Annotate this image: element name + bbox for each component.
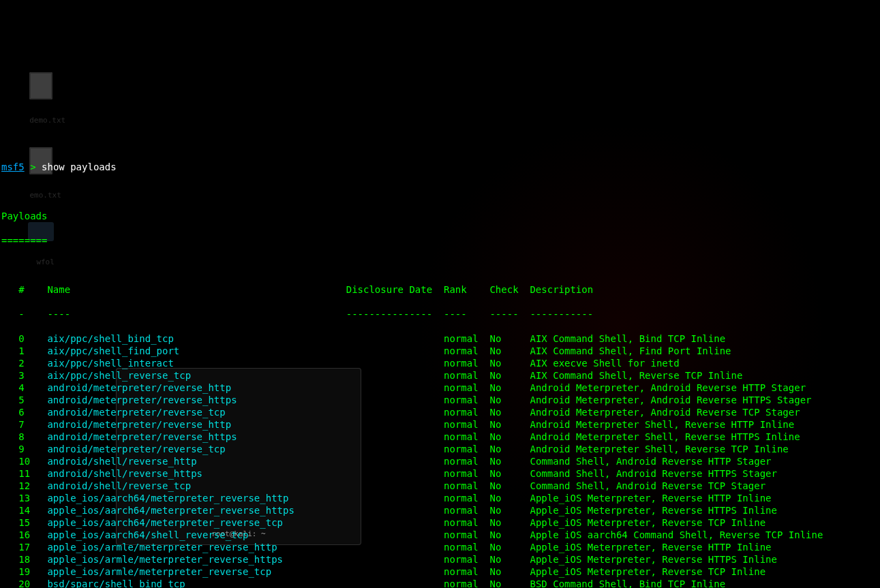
table-row: 15 apple_ios/aarch64/meterpreter_reverse… xyxy=(1,516,879,529)
table-row: 16 apple_ios/aarch64/shell_reverse_tcp n… xyxy=(1,529,879,541)
row-rank: normal xyxy=(444,444,489,454)
table-row: 20 bsd/sparc/shell_bind_tcp normal No BS… xyxy=(1,578,879,588)
row-rank: normal xyxy=(444,554,489,565)
row-name: aix/ppc/shell_reverse_tcp xyxy=(47,370,346,381)
table-row: 10 android/shell/reverse_http normal No … xyxy=(1,455,879,467)
row-description: Android Meterpreter, Android Reverse TCP… xyxy=(530,407,800,418)
row-description: Apple_iOS Meterpreter, Reverse HTTP Inli… xyxy=(530,493,771,504)
row-idx: 20 xyxy=(1,578,47,588)
row-check: No xyxy=(489,394,530,405)
row-rank: normal xyxy=(444,345,489,356)
table-row: 7 android/meterpreter/reverse_http norma… xyxy=(1,418,879,431)
table-row: 17 apple_ios/armle/meterpreter_reverse_h… xyxy=(1,541,879,553)
table-header-divider: - ---- --------------- ---- ----- ------… xyxy=(1,308,879,320)
table-row: 8 android/meterpreter/reverse_https norm… xyxy=(1,431,879,443)
row-rank: normal xyxy=(444,468,489,479)
row-rank: normal xyxy=(444,529,489,540)
blank-line xyxy=(1,259,879,271)
row-check: No xyxy=(489,505,530,516)
row-description: AIX Command Shell, Find Port Inline xyxy=(530,345,731,356)
table-row: 13 apple_ios/aarch64/meterpreter_reverse… xyxy=(1,492,879,504)
row-disclosure xyxy=(346,554,444,565)
row-rank: normal xyxy=(444,480,489,491)
row-description: AIX Command Shell, Reverse TCP Inline xyxy=(530,370,742,381)
row-idx: 8 xyxy=(1,431,47,442)
row-rank: normal xyxy=(444,566,489,577)
row-idx: 1 xyxy=(1,345,47,356)
row-rank: normal xyxy=(444,394,489,405)
row-description: Command Shell, Android Reverse HTTP Stag… xyxy=(530,456,771,467)
row-idx: 17 xyxy=(1,542,47,553)
row-disclosure xyxy=(346,517,444,528)
row-disclosure xyxy=(346,394,444,405)
table-row: 6 android/meterpreter/reverse_tcp normal… xyxy=(1,406,879,418)
row-disclosure xyxy=(346,468,444,479)
row-name: android/shell/reverse_tcp xyxy=(47,480,346,491)
blank-line xyxy=(1,185,879,198)
row-description: Apple_iOS Meterpreter, Reverse TCP Inlin… xyxy=(530,517,765,528)
section-title: Payloads xyxy=(1,210,879,222)
row-check: No xyxy=(489,542,530,553)
row-idx: 3 xyxy=(1,370,47,381)
row-name: apple_ios/armle/meterpreter_reverse_http… xyxy=(47,554,346,565)
row-disclosure xyxy=(346,505,444,516)
table-row: 3 aix/ppc/shell_reverse_tcp normal No AI… xyxy=(1,369,879,382)
row-disclosure xyxy=(346,542,444,553)
row-name: bsd/sparc/shell_bind_tcp xyxy=(47,578,346,588)
row-idx: 7 xyxy=(1,419,47,430)
row-name: aix/ppc/shell_find_port xyxy=(47,345,346,356)
row-description: Command Shell, Android Reverse HTTPS Sta… xyxy=(530,468,776,479)
row-rank: normal xyxy=(444,505,489,516)
row-idx: 5 xyxy=(1,394,47,405)
table-row: 14 apple_ios/aarch64/meterpreter_reverse… xyxy=(1,504,879,516)
table-row: 12 android/shell/reverse_tcp normal No C… xyxy=(1,480,879,492)
row-disclosure xyxy=(346,345,444,356)
table-row: 19 apple_ios/armle/meterpreter_reverse_t… xyxy=(1,566,879,578)
table-row: 9 android/meterpreter/reverse_tcp normal… xyxy=(1,443,879,455)
row-check: No xyxy=(489,480,530,491)
row-idx: 6 xyxy=(1,407,47,418)
prompt-prefix: msf5 xyxy=(1,161,25,172)
row-check: No xyxy=(489,333,530,344)
row-check: No xyxy=(489,493,530,504)
row-disclosure xyxy=(346,480,444,491)
row-disclosure xyxy=(346,370,444,381)
table-row: 11 android/shell/reverse_https normal No… xyxy=(1,467,879,480)
row-rank: normal xyxy=(444,431,489,442)
row-idx: 14 xyxy=(1,505,47,516)
row-disclosure xyxy=(346,382,444,393)
row-idx: 9 xyxy=(1,444,47,454)
row-check: No xyxy=(489,456,530,467)
row-name: android/shell/reverse_http xyxy=(47,456,346,467)
row-check: No xyxy=(489,407,530,418)
table-row: 5 android/meterpreter/reverse_https norm… xyxy=(1,394,879,406)
row-name: android/meterpreter/reverse_https xyxy=(47,394,346,405)
row-name: aix/ppc/shell_interact xyxy=(47,358,346,369)
row-disclosure xyxy=(346,566,444,577)
row-rank: normal xyxy=(444,517,489,528)
prompt-gt: > xyxy=(30,161,35,172)
row-idx: 2 xyxy=(1,358,47,369)
row-description: Android Meterpreter Shell, Reverse HTTPS… xyxy=(530,431,800,442)
row-check: No xyxy=(489,468,530,479)
row-check: No xyxy=(489,345,530,356)
row-idx: 4 xyxy=(1,382,47,393)
row-name: apple_ios/aarch64/meterpreter_reverse_ht… xyxy=(47,505,346,516)
row-rank: normal xyxy=(444,370,489,381)
row-description: Apple_iOS Meterpreter, Reverse HTTP Inli… xyxy=(530,542,771,553)
row-check: No xyxy=(489,554,530,565)
row-check: No xyxy=(489,370,530,381)
row-name: android/meterpreter/reverse_https xyxy=(47,431,346,442)
row-name: android/meterpreter/reverse_tcp xyxy=(47,444,346,454)
row-idx: 0 xyxy=(1,333,47,344)
terminal-output[interactable]: msf5 > show payloads Payloads ======== #… xyxy=(0,147,880,588)
row-description: Android Meterpreter, Android Reverse HTT… xyxy=(530,382,806,393)
row-disclosure xyxy=(346,358,444,369)
row-rank: normal xyxy=(444,419,489,430)
row-rank: normal xyxy=(444,407,489,418)
row-name: android/shell/reverse_https xyxy=(47,468,346,479)
row-name: apple_ios/aarch64/shell_reverse_tcp xyxy=(47,529,346,540)
prompt-line[interactable]: msf5 > show payloads xyxy=(1,161,879,173)
row-disclosure xyxy=(346,431,444,442)
table-row: 0 aix/ppc/shell_bind_tcp normal No AIX C… xyxy=(1,332,879,345)
